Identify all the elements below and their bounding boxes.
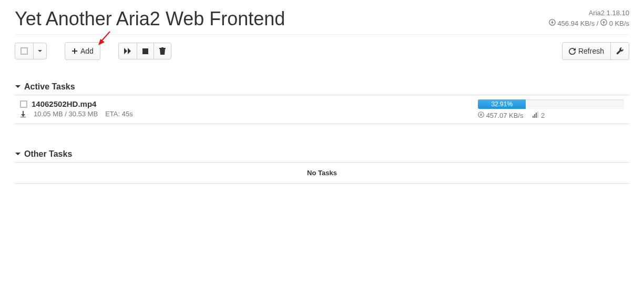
checkbox-icon [21,47,28,55]
add-button[interactable]: Add [65,42,100,60]
wrench-icon [616,47,623,55]
plus-icon [71,48,78,54]
svg-rect-2 [142,48,148,54]
header-status: Aria2 1.18.10 456.94 KB/s / 0 KB/s [549,8,629,28]
add-button-label: Add [80,46,94,56]
svg-rect-4 [533,116,534,118]
refresh-button[interactable]: Refresh [562,42,611,60]
task-size-progress: 10.05 MB / 30.53 MB [34,110,98,118]
task-connections: 2 [541,112,545,119]
stop-icon [142,48,148,54]
select-all-group [15,43,47,59]
task-filename: 14062502HD.mp4 [32,99,96,108]
task-connections-wrap: 2 [533,112,545,119]
task-row[interactable]: 14062502HD.mp4 10.05 MB / 30.53 MB ETA: … [15,95,629,124]
caret-down-icon [38,50,42,52]
task-eta: ETA: 45s [105,110,133,118]
aria2-version: Aria2 1.18.10 [549,8,629,18]
select-all-dropdown[interactable] [33,43,47,59]
select-all-checkbox[interactable] [15,43,34,59]
svg-rect-6 [536,113,537,118]
other-tasks-heading[interactable]: Other Tasks [15,144,629,162]
no-tasks-label: No Tasks [15,163,629,183]
upload-circle-icon [600,19,607,26]
global-down-speed: 456.94 KB/s [557,19,595,27]
forward-icon [124,48,131,54]
resume-button[interactable] [118,43,137,59]
task-controls-group [118,43,171,59]
pause-button[interactable] [137,43,154,59]
task-speed: 457.07 KB/s [486,112,524,119]
chevron-down-icon [15,151,21,157]
download-icon [20,111,26,117]
task-progress-percent: 32.91% [478,99,526,109]
trash-icon [159,47,166,55]
chevron-down-icon [15,84,21,90]
header: Yet Another Aria2 Web Frontend Aria2 1.1… [15,8,629,35]
refresh-button-label: Refresh [578,46,604,56]
svg-rect-7 [537,112,538,118]
task-progress-bar: 32.91% [478,99,624,109]
other-tasks-body: No Tasks [15,162,629,184]
page-title: Yet Another Aria2 Web Frontend [15,8,285,30]
download-circle-icon [549,19,556,26]
refresh-icon [569,48,576,55]
svg-rect-5 [534,114,535,118]
right-toolbar-group: Refresh [562,42,629,60]
settings-button[interactable] [610,42,629,60]
global-speed: 456.94 KB/s / 0 KB/s [549,18,629,29]
active-tasks-heading[interactable]: Active Tasks [15,77,629,95]
download-circle-icon [478,112,484,118]
remove-button[interactable] [154,43,171,59]
task-speed-wrap: 457.07 KB/s [478,112,523,119]
active-tasks-title: Active Tasks [24,82,75,92]
active-tasks-body: 14062502HD.mp4 10.05 MB / 30.53 MB ETA: … [15,95,629,124]
signal-icon [533,112,539,118]
global-up-speed: 0 KB/s [609,19,629,27]
other-tasks-title: Other Tasks [24,149,72,159]
task-checkbox[interactable] [20,100,27,108]
toolbar: Add Refresh [15,42,629,60]
